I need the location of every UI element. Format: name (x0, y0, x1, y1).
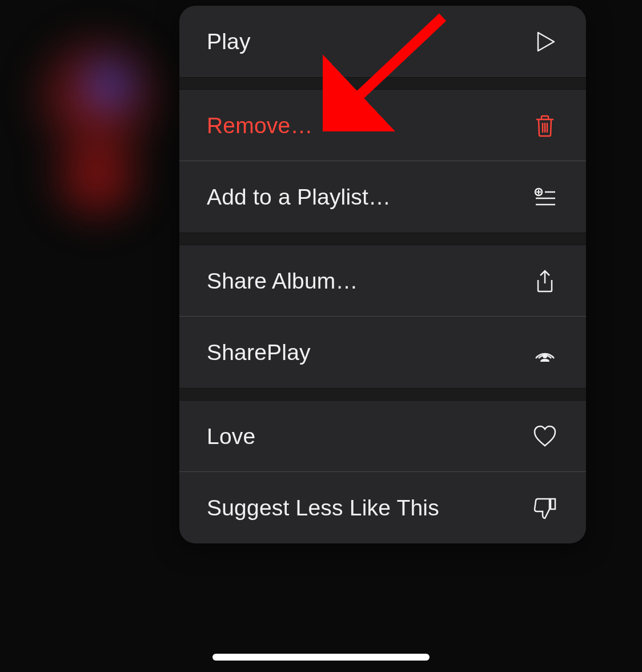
menu-item-label: Add to a Playlist… (207, 185, 391, 210)
menu-section-separator (179, 388, 586, 401)
svg-point-2 (543, 354, 547, 358)
share-album-menu-item[interactable]: Share Album… (179, 245, 586, 317)
menu-item-label: Suggest Less Like This (207, 495, 439, 521)
love-menu-item[interactable]: Love (179, 401, 586, 472)
share-icon (531, 267, 559, 295)
home-indicator[interactable] (212, 654, 430, 661)
heart-icon (531, 423, 559, 450)
menu-item-label: Share Album… (207, 269, 358, 294)
menu-item-label: Remove… (207, 113, 313, 138)
play-icon (531, 28, 559, 55)
remove-menu-item[interactable]: Remove… (179, 90, 586, 161)
menu-item-label: Play (207, 29, 251, 54)
shareplay-icon (531, 339, 559, 366)
add-to-playlist-menu-item[interactable]: Add to a Playlist… (179, 161, 586, 233)
menu-section-separator (179, 77, 586, 90)
trash-icon (531, 112, 559, 139)
menu-item-label: Love (207, 424, 255, 449)
menu-section-separator (179, 233, 586, 245)
context-menu: Play Remove… Add to a Playlist… (179, 6, 586, 543)
thumbs-down-icon (531, 494, 559, 522)
play-menu-item[interactable]: Play (179, 6, 586, 77)
svg-marker-0 (538, 33, 554, 51)
background-blur (0, 0, 200, 672)
suggest-less-menu-item[interactable]: Suggest Less Like This (179, 472, 586, 543)
add-to-list-icon (531, 183, 559, 211)
shareplay-menu-item[interactable]: SharePlay (179, 317, 586, 388)
menu-item-label: SharePlay (207, 340, 311, 365)
